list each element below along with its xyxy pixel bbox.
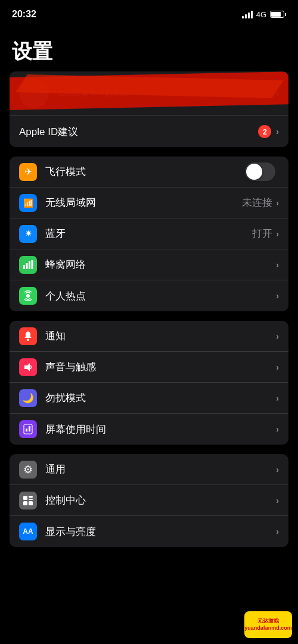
svg-rect-14 [29,499,33,500]
donotdisturb-item[interactable]: 🌙 勿扰模式 › [10,383,288,414]
bluetooth-value: 打开 [252,227,272,240]
connectivity-group: ✈ 飞行模式 📶 无线局域网 未连接 › ✴ 蓝牙 打开 › [10,157,288,311]
wifi-icon: 📶 [19,194,37,212]
donotdisturb-label: 勿扰模式 [45,391,276,405]
general-group: ⚙ 通用 › 控制中心 › AA 显示与亮度 › [10,454,288,547]
svg-rect-5 [32,260,33,269]
signal-bars-icon [242,11,253,18]
chevron-icon: › [276,362,279,372]
chevron-icon: › [276,332,279,341]
hotspot-label: 个人热点 [45,289,276,303]
controlcenter-icon [19,492,37,509]
chevron-icon: › [276,393,279,403]
svg-rect-16 [29,501,33,505]
chevron-icon: › [276,260,279,270]
hotspot-item[interactable]: 个人热点 › [10,280,288,311]
svg-rect-12 [23,496,27,500]
display-icon: AA [19,523,37,540]
svg-rect-9 [24,424,32,434]
network-label: 4G [256,10,266,19]
airplane-mode-toggle[interactable] [245,162,275,181]
wifi-label: 无线局域网 [45,196,242,210]
apple-id-suggestion-item[interactable]: Apple ID建议 2 › [10,116,288,147]
sounds-item[interactable]: 声音与触感 › [10,352,288,383]
apple-id-top-row[interactable]: iCloud 媒体与购买... › [10,71,288,116]
watermark-text: 元达游戏 yuandafanmd.com [244,618,292,632]
icloud-label: iCloud 媒体与购买... [57,87,276,99]
svg-point-7 [27,339,29,341]
battery-icon [270,11,286,18]
notifications-item[interactable]: 通知 › [10,321,288,352]
wifi-item[interactable]: 📶 无线局域网 未连接 › [10,187,288,218]
bluetooth-item[interactable]: ✴ 蓝牙 打开 › [10,218,288,249]
svg-point-6 [26,294,30,298]
chevron-icon: › [276,229,279,239]
svg-rect-13 [29,496,33,498]
general-label: 通用 [45,462,276,476]
svg-rect-2 [23,265,25,269]
notifications-label: 通知 [45,329,276,343]
sounds-label: 声音与触感 [45,360,276,374]
svg-rect-10 [26,429,27,432]
status-right: 4G [242,10,286,19]
bluetooth-icon: ✴ [19,225,37,243]
chevron-icon: › [276,465,279,474]
sounds-icon [19,358,37,376]
wifi-value: 未连接 [242,196,272,210]
suggestion-badge: 2 [258,125,271,138]
screentime-icon [19,420,37,438]
svg-rect-15 [23,501,27,505]
bluetooth-label: 蓝牙 [45,227,252,240]
airplane-mode-label: 飞行模式 [45,165,245,179]
screentime-item[interactable]: 屏幕使用时间 › [10,414,288,445]
screentime-label: 屏幕使用时间 [45,423,276,436]
svg-marker-8 [24,363,30,371]
controlcenter-item[interactable]: 控制中心 › [10,485,288,516]
avatar [19,79,49,108]
cellular-icon [19,256,37,274]
chevron-icon: › [276,527,279,536]
donotdisturb-icon: 🌙 [19,389,37,407]
svg-rect-4 [29,261,30,269]
chevron-icon: › [276,291,279,301]
apple-id-suggestion-label: Apple ID建议 [19,125,258,139]
page-title: 设置 [0,26,298,71]
chevron-icon: › [276,127,279,136]
notifications-group: 通知 › 声音与触感 › 🌙 勿扰模式 › 屏幕使用时间 › [10,321,288,445]
display-label: 显示与亮度 [45,525,276,539]
airplane-mode-icon: ✈ [19,163,37,181]
chevron-icon: › [276,89,279,98]
svg-rect-11 [29,426,30,432]
airplane-mode-item[interactable]: ✈ 飞行模式 [10,157,288,187]
chevron-icon: › [276,496,279,505]
chevron-icon: › [276,198,279,208]
svg-rect-3 [26,263,28,269]
display-item[interactable]: AA 显示与亮度 › [10,516,288,547]
hotspot-icon [19,287,37,305]
cellular-item[interactable]: 蜂窝网络 › [10,249,288,280]
status-bar: 20:32 4G [0,0,298,26]
general-item[interactable]: ⚙ 通用 › [10,454,288,485]
chevron-icon: › [276,424,279,434]
general-icon: ⚙ [19,461,37,479]
watermark: 元达游戏 yuandafanmd.com [244,611,292,638]
notifications-icon [19,327,37,345]
apple-id-section: iCloud 媒体与购买... › Apple ID建议 2 › [10,71,288,147]
controlcenter-label: 控制中心 [45,493,276,507]
status-time: 20:32 [12,9,36,20]
cellular-label: 蜂窝网络 [45,258,276,271]
